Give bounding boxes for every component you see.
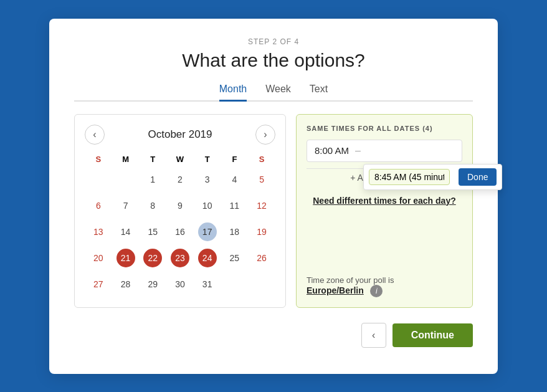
- time-dash: –: [355, 145, 361, 156]
- calendar-month-title: October 2019: [148, 128, 212, 141]
- calendar-day: [112, 166, 140, 193]
- time-end-popup: Done: [363, 164, 502, 190]
- calendar-day[interactable]: 8: [139, 193, 166, 219]
- calendar-day[interactable]: 30: [166, 271, 194, 297]
- calendar-day: [85, 166, 112, 193]
- calendar-grid: S M T W T F S 12345678910111213141516171…: [85, 152, 275, 297]
- page-title: What are the options?: [74, 50, 473, 71]
- weekday-thu: T: [194, 152, 221, 166]
- calendar-day[interactable]: 26: [248, 245, 275, 271]
- calendar-day[interactable]: 12: [248, 193, 275, 219]
- calendar-day[interactable]: 11: [221, 193, 249, 219]
- need-different-link[interactable]: Need different times for each day?: [313, 196, 456, 206]
- weekday-fri: F: [221, 152, 249, 166]
- tab-text[interactable]: Text: [310, 84, 328, 102]
- back-button[interactable]: ‹: [361, 323, 386, 348]
- calendar-day[interactable]: 24: [194, 245, 221, 271]
- next-month-button[interactable]: ›: [255, 125, 275, 145]
- calendar-day: [248, 271, 275, 297]
- calendar-day[interactable]: 17: [194, 219, 221, 245]
- times-panel: SAME TIMES FOR ALL DATES (4) 8:00 AM – D…: [296, 114, 473, 308]
- tab-bar: Month Week Text: [74, 84, 473, 102]
- calendar-day[interactable]: 13: [85, 219, 112, 245]
- timezone-info: Time zone of your poll is Europe/Berlin …: [307, 275, 462, 297]
- bottom-bar: ‹ Continue: [74, 323, 473, 348]
- weekday-wed: W: [166, 152, 194, 166]
- calendar-day[interactable]: 28: [112, 271, 140, 297]
- prev-month-button[interactable]: ‹: [85, 125, 105, 145]
- time-start: 8:00 AM: [315, 145, 349, 156]
- calendar-day[interactable]: 18: [221, 219, 249, 245]
- calendar-day[interactable]: 14: [112, 219, 140, 245]
- done-button[interactable]: Done: [459, 168, 497, 186]
- calendar-day[interactable]: 25: [221, 245, 249, 271]
- content-area: ‹ October 2019 › S M T W T F S: [74, 114, 473, 308]
- calendar-day[interactable]: 16: [166, 219, 194, 245]
- weekday-sun: S: [85, 152, 112, 166]
- timezone-label: Time zone of your poll is: [307, 275, 462, 285]
- calendar-day[interactable]: 27: [85, 271, 112, 297]
- calendar-day: [221, 271, 249, 297]
- calendar-day[interactable]: 6: [85, 193, 112, 219]
- calendar-day[interactable]: 4: [221, 166, 249, 193]
- calendar-day[interactable]: 7: [112, 193, 140, 219]
- calendar-panel: ‹ October 2019 › S M T W T F S: [74, 114, 286, 308]
- step-label: STEP 2 OF 4: [74, 37, 473, 46]
- calendar-day[interactable]: 1: [139, 166, 166, 193]
- info-icon[interactable]: i: [370, 285, 383, 297]
- tab-month[interactable]: Month: [219, 84, 247, 102]
- calendar-day[interactable]: 3: [194, 166, 221, 193]
- calendar-nav: ‹ October 2019 ›: [85, 125, 275, 145]
- calendar-day[interactable]: 23: [166, 245, 194, 271]
- calendar-day[interactable]: 19: [248, 219, 275, 245]
- calendar-day[interactable]: 10: [194, 193, 221, 219]
- timezone-value[interactable]: Europe/Berlin: [307, 285, 364, 295]
- calendar-day[interactable]: 29: [139, 271, 166, 297]
- times-panel-title: SAME TIMES FOR ALL DATES (4): [307, 125, 462, 132]
- calendar-day[interactable]: 9: [166, 193, 194, 219]
- calendar-day[interactable]: 21: [112, 245, 140, 271]
- continue-button[interactable]: Continue: [392, 323, 473, 347]
- calendar-day[interactable]: 22: [139, 245, 166, 271]
- calendar-day[interactable]: 5: [248, 166, 275, 193]
- need-different-section: Need different times for each day?: [307, 195, 462, 206]
- tab-week[interactable]: Week: [265, 84, 291, 102]
- calendar-day[interactable]: 20: [85, 245, 112, 271]
- modal: STEP 2 OF 4 What are the options? Month …: [49, 19, 498, 374]
- calendar-day[interactable]: 2: [166, 166, 194, 193]
- time-end-input[interactable]: [369, 169, 450, 185]
- time-row: 8:00 AM – Done: [307, 140, 462, 162]
- calendar-day[interactable]: 31: [194, 271, 221, 297]
- weekday-tue: T: [139, 152, 166, 166]
- weekday-sat: S: [248, 152, 275, 166]
- calendar-day[interactable]: 15: [139, 219, 166, 245]
- weekday-mon: M: [112, 152, 140, 166]
